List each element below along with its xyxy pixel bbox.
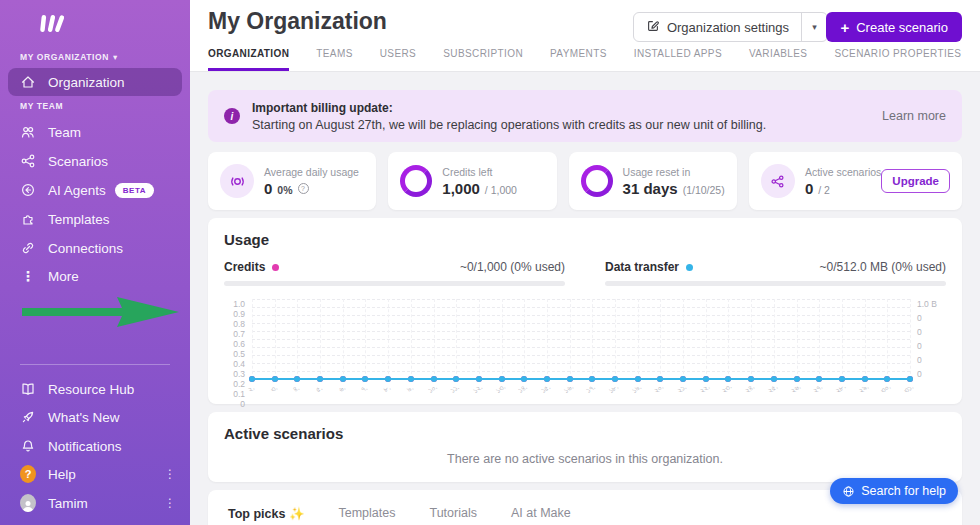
usage-chart: 1.00.90.80.70.60.50.40.30.20.10 ২.৩.৪.৫.… bbox=[224, 299, 946, 404]
stat-card-active-scenarios: Active scenarios 0 / 2 Upgrade bbox=[749, 152, 962, 210]
stat-value: 0 bbox=[805, 180, 813, 197]
tab-users[interactable]: USERS bbox=[380, 48, 416, 71]
active-scenarios-card: Active scenarios There are no active sce… bbox=[208, 412, 962, 482]
sidebar-item-help[interactable]: ? Help ⋮ bbox=[0, 460, 190, 488]
tab-teams[interactable]: TEAMS bbox=[316, 48, 352, 71]
share-network-icon bbox=[761, 164, 795, 198]
chart-left-axis: 1.00.90.80.70.60.50.40.30.20.10 bbox=[224, 299, 252, 379]
sidebar-item-organization[interactable]: Organization bbox=[8, 68, 182, 96]
sidebar-item-templates[interactable]: Templates bbox=[0, 205, 190, 233]
make-logo[interactable] bbox=[38, 13, 65, 38]
credits-dot bbox=[272, 264, 279, 271]
tab-ai-at-make[interactable]: AI at Make bbox=[511, 506, 571, 521]
data-transfer-progress-bar bbox=[605, 281, 946, 286]
chart-x-labels: ২.৩.৪.৫.৬.৭.৮.৯.১০.১১.১২.১৩.১৪.১৫.১৬.১৭.… bbox=[252, 384, 910, 404]
globe-icon bbox=[842, 485, 855, 498]
tab-variables[interactable]: VARIABLES bbox=[749, 48, 807, 71]
org-switcher-label: MY ORGANIZATION bbox=[20, 52, 109, 62]
credits-donut-ring bbox=[400, 165, 432, 197]
sidebar-item-ai-agents[interactable]: AI Agents BETA bbox=[0, 176, 190, 204]
usage-card: Usage Credits ~0/1,000 (0% used) Data tr… bbox=[208, 218, 962, 404]
upgrade-button[interactable]: Upgrade bbox=[881, 169, 950, 193]
tab-scenario-properties[interactable]: SCENARIO PROPERTIES bbox=[834, 48, 961, 71]
chevron-down-icon: ▾ bbox=[812, 22, 817, 32]
help-icon: ? bbox=[20, 466, 36, 482]
sidebar-item-user[interactable]: Tamim ⋮ bbox=[0, 489, 190, 517]
book-icon bbox=[20, 381, 36, 397]
sidebar-divider bbox=[20, 364, 170, 365]
kebab-menu-icon[interactable]: ⋮ bbox=[164, 496, 176, 510]
learn-more-link[interactable]: Learn more bbox=[882, 109, 946, 123]
billing-banner: i Important billing update: Starting on … bbox=[208, 90, 962, 142]
tab-installed-apps[interactable]: INSTALLED APPS bbox=[634, 48, 722, 71]
data-transfer-dot bbox=[686, 264, 693, 271]
sidebar-item-label: Templates bbox=[48, 212, 110, 227]
plus-icon: + bbox=[840, 19, 849, 36]
settings-dropdown-button[interactable]: ▾ bbox=[801, 13, 827, 41]
org-switcher[interactable]: MY ORGANIZATION ▾ bbox=[20, 52, 118, 62]
sidebar-item-label: Team bbox=[48, 125, 81, 140]
sidebar-item-connections[interactable]: Connections bbox=[0, 234, 190, 262]
chart-right-axis: 1.0 B00000 bbox=[910, 299, 946, 379]
operations-coin-icon bbox=[220, 164, 254, 198]
chart-plot bbox=[252, 299, 910, 379]
tab-bar: ORGANIZATION TEAMS USERS SUBSCRIPTION PA… bbox=[208, 48, 961, 71]
tab-subscription[interactable]: SUBSCRIPTION bbox=[443, 48, 523, 71]
puzzle-icon bbox=[20, 211, 36, 227]
help-tooltip-icon[interactable]: ? bbox=[298, 183, 309, 194]
sidebar-item-label: More bbox=[48, 269, 79, 284]
organization-settings-button[interactable]: Organization settings bbox=[634, 13, 801, 41]
credits-summary: ~0/1,000 (0% used) bbox=[460, 260, 565, 274]
usage-title: Usage bbox=[224, 231, 946, 248]
sidebar-item-scenarios[interactable]: Scenarios bbox=[0, 147, 190, 175]
sidebar-item-more[interactable]: ⋮ More bbox=[0, 262, 190, 290]
edit-icon bbox=[646, 19, 660, 36]
vertical-dots-icon: ⋮ bbox=[20, 268, 36, 284]
settings-button-group: Organization settings ▾ bbox=[633, 12, 828, 42]
create-scenario-button[interactable]: + Create scenario bbox=[826, 12, 962, 42]
empty-state-text: There are no active scenarios in this or… bbox=[224, 452, 946, 466]
beta-badge: BETA bbox=[115, 183, 154, 198]
share-network-icon bbox=[20, 153, 36, 169]
chevron-down-icon: ▾ bbox=[113, 52, 118, 62]
sidebar-item-label: What's New bbox=[48, 410, 120, 425]
sidebar-item-notifications[interactable]: Notifications bbox=[0, 432, 190, 460]
tab-templates[interactable]: Templates bbox=[339, 506, 396, 521]
sidebar-item-resource-hub[interactable]: Resource Hub bbox=[0, 375, 190, 403]
tab-organization[interactable]: ORGANIZATION bbox=[208, 48, 289, 71]
team-icon bbox=[20, 124, 36, 140]
page-title: My Organization bbox=[208, 8, 387, 35]
sidebar-item-whats-new[interactable]: What's New bbox=[0, 403, 190, 431]
tab-top-picks[interactable]: Top picks ✨ bbox=[228, 506, 305, 521]
credits-usage-column: Credits ~0/1,000 (0% used) bbox=[224, 260, 565, 286]
sidebar-item-label: Connections bbox=[48, 241, 123, 256]
stat-card-usage-reset: Usage reset in 31 days (1/10/25) bbox=[569, 152, 737, 210]
ai-agents-icon bbox=[20, 182, 36, 198]
tab-tutorials[interactable]: Tutorials bbox=[429, 506, 476, 521]
sidebar-item-label: Notifications bbox=[48, 439, 122, 454]
app-window: MY ORGANIZATION ▾ Organization MY TEAM T… bbox=[0, 0, 980, 525]
data-transfer-summary: ~0/512.0 MB (0% used) bbox=[820, 260, 946, 274]
data-transfer-usage-column: Data transfer ~0/512.0 MB (0% used) bbox=[605, 260, 946, 286]
banner-title: Important billing update: bbox=[252, 101, 766, 115]
reset-donut-ring bbox=[581, 165, 613, 197]
search-for-help-button[interactable]: Search for help bbox=[830, 478, 958, 504]
sidebar-item-label: Resource Hub bbox=[48, 382, 134, 397]
sidebar-item-label: AI Agents bbox=[48, 183, 106, 198]
credits-progress-bar bbox=[224, 281, 565, 286]
user-name: Tamim bbox=[48, 496, 88, 511]
info-icon: i bbox=[224, 108, 240, 124]
stat-value: 1,000 bbox=[442, 180, 480, 197]
stat-card-credits-left: Credits left 1,000 / 1,000 bbox=[388, 152, 556, 210]
rocket-icon bbox=[20, 409, 36, 425]
bell-icon bbox=[20, 438, 36, 454]
stats-row: Average daily usage 0 0% ? Credits left … bbox=[208, 152, 962, 210]
tab-payments[interactable]: PAYMENTS bbox=[550, 48, 607, 71]
annotation-arrow-icon bbox=[22, 294, 182, 330]
home-icon bbox=[20, 74, 36, 90]
sidebar-item-team[interactable]: Team bbox=[0, 118, 190, 146]
section-my-team: MY TEAM bbox=[20, 101, 63, 111]
stat-card-average-daily-usage: Average daily usage 0 0% ? bbox=[208, 152, 376, 210]
kebab-menu-icon[interactable]: ⋮ bbox=[164, 467, 176, 481]
sidebar-item-label: Organization bbox=[48, 75, 125, 90]
